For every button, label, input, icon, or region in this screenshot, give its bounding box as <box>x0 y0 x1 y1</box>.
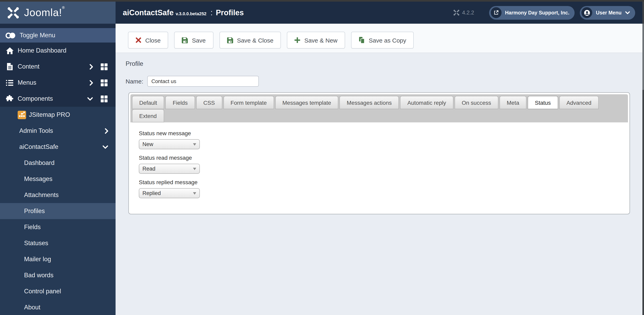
sidebar-item-about[interactable]: About <box>0 299 116 315</box>
sidebar-item-menus[interactable]: Menus <box>0 75 116 91</box>
user-menu-label: User Menu <box>596 10 622 16</box>
list-icon <box>5 80 14 86</box>
sidebar-item-label: About <box>24 304 40 311</box>
sidebar-item-messages[interactable]: Messages <box>0 171 116 187</box>
profile-tabs-panel: Default Fields CSS Form template Message… <box>128 92 630 214</box>
plus-icon <box>295 37 300 43</box>
joomla-version: 4.2.2 <box>453 9 474 16</box>
user-menu-button[interactable]: User Menu <box>580 6 635 20</box>
status-replied-select[interactable]: Replied <box>139 188 200 198</box>
grid-icon[interactable] <box>101 63 108 70</box>
name-row: Name: <box>126 76 259 87</box>
status-read-select[interactable]: Read <box>139 164 200 174</box>
sidebar-item-attachments[interactable]: Attachments <box>0 187 116 203</box>
tab-meta[interactable]: Meta <box>500 96 526 109</box>
status-new-select[interactable]: New <box>139 139 200 149</box>
sidebar-item-label: Fields <box>24 224 41 231</box>
tab-advanced[interactable]: Advanced <box>559 96 599 109</box>
copy-icon <box>359 37 365 43</box>
select-caret-icon <box>193 168 196 170</box>
sidebar-item-label: Mailer log <box>24 256 51 263</box>
brand-wordmark: Joomla!® <box>24 6 65 19</box>
sidebar-item-label: Attachments <box>24 192 58 199</box>
sidebar-item-label: Control panel <box>24 288 61 295</box>
component-version: v.3.0.0.beta252 <box>176 11 206 16</box>
user-icon <box>582 7 592 18</box>
scrollbar-thumb[interactable] <box>642 24 644 90</box>
field-status-read: Status read message Read <box>139 154 630 174</box>
sidebar-item-control-panel[interactable]: Control panel <box>0 283 116 299</box>
sidebar-item-label: Statuses <box>24 240 48 247</box>
sidebar-item-bad-words[interactable]: Bad words <box>0 267 116 283</box>
sidebar-item-fields[interactable]: Fields <box>0 219 116 235</box>
sidebar-item-label: Admin Tools <box>19 127 53 134</box>
sidebar-item-dashboard[interactable]: Dashboard <box>0 155 116 171</box>
sidebar-item-label: Profiles <box>24 208 45 215</box>
close-button[interactable]: Close <box>128 32 168 48</box>
chevron-down-icon <box>625 11 630 14</box>
profile-name-input[interactable] <box>147 76 259 87</box>
sidebar-item-label: Components <box>18 95 53 102</box>
sidebar-item-jsitemap-pro[interactable]: JSitemap PRO <box>0 107 116 123</box>
tab-messages-template[interactable]: Messages template <box>275 96 338 109</box>
sidebar-item-home-dashboard[interactable]: Home Dashboard <box>0 42 116 58</box>
button-label: Save & Close <box>237 37 274 44</box>
puzzle-icon <box>5 95 14 102</box>
tab-messages-actions[interactable]: Messages actions <box>340 96 399 109</box>
toggle-menu-label: Toggle Menu <box>20 32 55 39</box>
sidebar-item-label: Messages <box>24 175 52 182</box>
tab-form-template[interactable]: Form template <box>223 96 274 109</box>
sidebar-item-label: aiContactSafe <box>19 143 58 150</box>
sidebar-item-label: Home Dashboard <box>18 47 66 54</box>
chevron-right-icon <box>90 64 93 70</box>
sidebar-item-label: JSitemap PRO <box>29 111 70 118</box>
field-status-replied: Status replied message Replied <box>139 179 630 198</box>
chevron-down-icon <box>87 97 93 100</box>
sidebar-item-content[interactable]: Content <box>0 58 116 75</box>
select-caret-icon <box>193 192 196 194</box>
brand-band: Joomla!® <box>0 2 116 24</box>
sidebar-item-admin-tools[interactable]: Admin Tools <box>0 123 116 139</box>
field-label: Status new message <box>139 130 630 136</box>
save-copy-button[interactable]: Save as Copy <box>351 32 414 48</box>
admin-header: Joomla!® aiContactSafe v.3.0.0.beta252 :… <box>0 2 642 24</box>
tab-fields[interactable]: Fields <box>166 96 195 109</box>
tab-status[interactable]: Status <box>528 96 558 109</box>
sidebar-item-aicontactsafe[interactable]: aiContactSafe <box>0 139 116 155</box>
sidebar-toggle-menu[interactable]: Toggle Menu <box>0 28 116 42</box>
home-icon <box>5 47 14 54</box>
tab-row-2: Extend <box>132 109 628 122</box>
tab-default[interactable]: Default <box>132 96 164 109</box>
save-new-button[interactable]: Save & New <box>287 32 345 48</box>
sidebar-item-profiles[interactable]: Profiles <box>0 203 116 219</box>
browser-top-bar <box>0 0 644 2</box>
tab-extend[interactable]: Extend <box>132 109 164 122</box>
field-label: Status read message <box>139 154 630 161</box>
button-label: Close <box>145 37 161 44</box>
main-content: Close Save <box>116 24 642 315</box>
tab-automatic-reply[interactable]: Automatic reply <box>400 96 453 109</box>
grid-icon[interactable] <box>101 95 108 102</box>
site-preview-button[interactable]: Harmony Day Support, Inc. <box>489 6 574 20</box>
file-icon <box>5 63 14 70</box>
sidebar-item-statuses[interactable]: Statuses <box>0 235 116 251</box>
close-icon <box>136 37 141 43</box>
sidebar-menu: Toggle Menu Home Dashboard <box>0 24 116 315</box>
sidebar-item-mailer-log[interactable]: Mailer log <box>0 251 116 267</box>
save-button[interactable]: Save <box>174 32 213 48</box>
site-name: Harmony Day Support, Inc. <box>505 10 569 16</box>
tab-on-success[interactable]: On success <box>454 96 498 109</box>
button-label: Save & New <box>304 37 338 44</box>
field-label: Status replied message <box>139 179 630 186</box>
select-caret-icon <box>193 143 196 146</box>
grid-icon[interactable] <box>101 79 108 86</box>
toggle-icon <box>5 32 16 39</box>
sidebar-item-components[interactable]: Components <box>0 91 116 107</box>
save-close-button[interactable]: Save & Close <box>219 32 281 48</box>
sidebar-item-label: Bad words <box>24 272 53 279</box>
tab-css[interactable]: CSS <box>196 96 222 109</box>
sidebar-item-label: Content <box>18 63 40 70</box>
joomla-version-icon <box>453 9 460 16</box>
view-title: Profiles <box>216 8 244 17</box>
page-scrollbar[interactable] <box>642 2 644 315</box>
